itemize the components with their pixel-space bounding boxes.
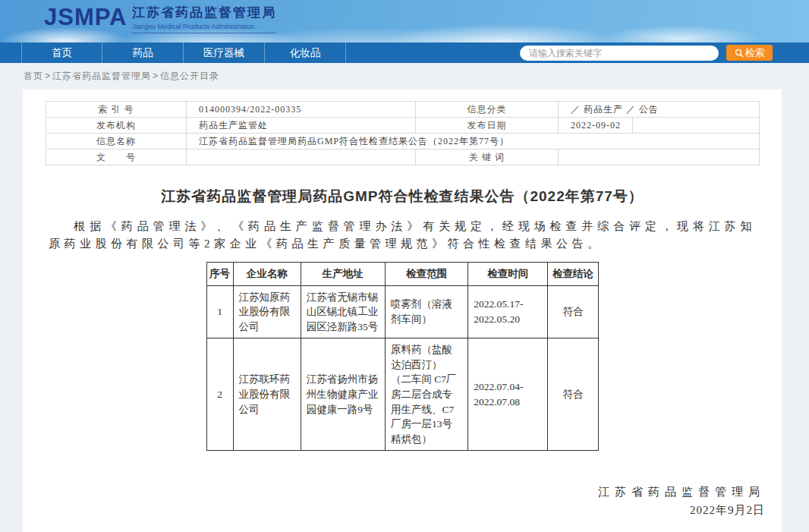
org-name-en: Jiangsu Medical Products Administration bbox=[132, 23, 276, 33]
jsmpa-logo[interactable]: JSMPA bbox=[44, 4, 127, 31]
search-input[interactable] bbox=[520, 46, 719, 61]
cell-company: 江苏知原药业股份有限公司 bbox=[233, 285, 301, 338]
breadcrumb-item-admin[interactable]: 江苏省药品监督管理局 bbox=[52, 71, 151, 81]
meta-label-index: 索 引 号 bbox=[46, 102, 187, 118]
meta-table: 索 引 号 014000394/2022-00335 信息分类 ／ 药品生产 ／… bbox=[46, 101, 760, 165]
cell-no: 2 bbox=[206, 338, 233, 451]
results-header-company: 企业名称 bbox=[233, 263, 301, 286]
cell-scope: 原料药（盐酸达泊西汀）（二车间 C7厂房二层合成专用生产线、C7厂房一层13号精… bbox=[385, 338, 467, 451]
breadcrumb-separator: > bbox=[45, 71, 51, 81]
meta-row-doc: 文 号 关 键 词 bbox=[46, 150, 760, 165]
breadcrumb-item-directory: 信息公开目录 bbox=[160, 71, 219, 81]
nav-item-medical-devices[interactable]: 医疗器械 bbox=[184, 42, 265, 63]
cell-address: 江苏省无锡市锡山区锡北镇工业园区泾新路35号 bbox=[301, 285, 385, 338]
meta-value-agency: 药品生产监管处 bbox=[187, 118, 416, 134]
meta-label-agency: 发布机构 bbox=[46, 118, 187, 134]
main-nav: 首页 药品 医疗器械 化妆品 检索 bbox=[0, 42, 809, 63]
cell-no: 1 bbox=[206, 285, 233, 338]
org-name-cn: 江苏省药品监督管理局 bbox=[132, 4, 276, 21]
meta-label-category: 信息分类 bbox=[416, 102, 559, 118]
meta-row-index: 索 引 号 014000394/2022-00335 信息分类 ／ 药品生产 ／… bbox=[46, 102, 760, 118]
search-button[interactable]: 检索 bbox=[726, 45, 773, 61]
org-name-block: 江苏省药品监督管理局 Jiangsu Medical Products Admi… bbox=[132, 4, 276, 33]
signature-block: 江苏省药品监督管理局 2022年9月2日 bbox=[23, 483, 782, 519]
breadcrumb: 首页>江苏省药品监督管理局>信息公开目录 bbox=[24, 70, 219, 83]
results-table: 序号 企业名称 生产地址 检查范围 检查时间 检查结论 1 江苏知原药业股份有限… bbox=[206, 262, 599, 451]
nav-item-cosmetics[interactable]: 化妆品 bbox=[265, 42, 346, 63]
nav-item-home[interactable]: 首页 bbox=[21, 42, 102, 63]
cell-conclusion: 符合 bbox=[548, 338, 598, 451]
results-header-conclusion: 检查结论 bbox=[548, 263, 598, 286]
breadcrumb-item-home[interactable]: 首页 bbox=[24, 71, 43, 81]
meta-value-index: 014000394/2022-00335 bbox=[187, 102, 416, 118]
meta-label-date: 发布日期 bbox=[416, 118, 559, 134]
page-title: 江苏省药品监督管理局药品GMP符合性检查结果公告（2022年第77号） bbox=[23, 187, 782, 206]
cell-company: 江苏联环药业股份有限公司 bbox=[233, 338, 301, 451]
table-row: 1 江苏知原药业股份有限公司 江苏省无锡市锡山区锡北镇工业园区泾新路35号 喷雾… bbox=[206, 285, 598, 338]
meta-label-doc: 文 号 bbox=[46, 150, 187, 165]
results-header-no: 序号 bbox=[206, 263, 233, 286]
results-header-address: 生产地址 bbox=[301, 263, 385, 286]
meta-row-agency: 发布机构 药品生产监管处 发布日期 2022-09-02 bbox=[46, 118, 760, 134]
cell-time: 2022.05.17-2022.05.20 bbox=[468, 285, 548, 338]
meta-value-name: 江苏省药品监督管理局药品GMP符合性检查结果公告（2022年第77号） bbox=[187, 134, 760, 150]
nav-item-drugs[interactable]: 药品 bbox=[102, 42, 184, 63]
sky-banner: JSMPA 江苏省药品监督管理局 Jiangsu Medical Product… bbox=[0, 0, 809, 42]
results-header-row: 序号 企业名称 生产地址 检查范围 检查时间 检查结论 bbox=[206, 263, 598, 286]
meta-label-keyword: 关 键 词 bbox=[416, 150, 559, 165]
meta-value-category: ／ 药品生产 ／ 公告 bbox=[559, 102, 760, 118]
cell-conclusion: 符合 bbox=[548, 285, 598, 338]
signature-date: 2022年9月2日 bbox=[23, 501, 765, 519]
signature-org: 江苏省药品监督管理局 bbox=[23, 483, 765, 501]
cell-scope: 喷雾剂（溶液剂车间） bbox=[385, 285, 467, 338]
meta-value-date: 2022-09-02 bbox=[559, 118, 633, 134]
meta-row-name: 信息名称 江苏省药品监督管理局药品GMP符合性检查结果公告（2022年第77号） bbox=[46, 134, 760, 150]
meta-label-name: 信息名称 bbox=[46, 134, 187, 150]
search-button-label: 检索 bbox=[745, 46, 765, 60]
meta-value-doc bbox=[187, 150, 416, 165]
results-header-time: 检查时间 bbox=[468, 263, 548, 286]
results-header-scope: 检查范围 bbox=[385, 263, 467, 286]
meta-value-keyword bbox=[559, 150, 760, 165]
table-row: 2 江苏联环药业股份有限公司 江苏省扬州市扬州生物健康产业园健康一路9号 原料药… bbox=[206, 338, 598, 451]
content-card: 索 引 号 014000394/2022-00335 信息分类 ／ 药品生产 ／… bbox=[23, 90, 782, 532]
search-icon bbox=[735, 49, 744, 58]
cell-address: 江苏省扬州市扬州生物健康产业园健康一路9号 bbox=[301, 338, 385, 451]
cell-time: 2022.07.04-2022.07.08 bbox=[468, 338, 548, 451]
breadcrumb-separator: > bbox=[153, 71, 159, 81]
article-body: 根据《药品管理法》、《药品生产监督管理办法》有关规定，经现场检查并综合评定，现将… bbox=[49, 218, 756, 253]
meta-value-date-empty bbox=[633, 118, 760, 134]
